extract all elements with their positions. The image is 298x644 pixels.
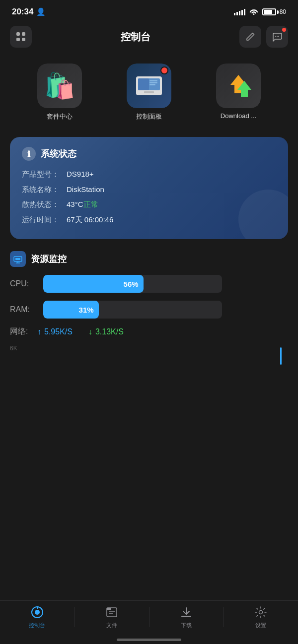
app-grid: 🛍️ 套件中心 控制面板	[0, 56, 298, 133]
svg-rect-9	[138, 78, 149, 90]
cpu-label: CPU:	[10, 279, 37, 288]
control-panel-label: 控制面板	[136, 112, 162, 121]
cpu-row: CPU: 56%	[10, 275, 288, 293]
svg-rect-13	[149, 84, 155, 85]
cpu-progress-bg: 56%	[43, 275, 222, 293]
ram-progress-bg: 31%	[43, 301, 222, 319]
svg-rect-11	[149, 80, 157, 81]
nav-item-settings[interactable]: 设置	[224, 605, 298, 629]
chat-notification-badge	[282, 28, 286, 32]
uptime-row: 运行时间： 67天 06:00:46	[22, 214, 276, 226]
svg-rect-2	[16, 38, 20, 41]
cpu-percent-text: 56%	[124, 280, 139, 288]
chat-button[interactable]	[266, 26, 288, 48]
download-station-label: Download ...	[221, 112, 256, 120]
thermal-row: 散热状态： 43°C 正常	[22, 199, 276, 210]
signal-icon	[234, 8, 245, 15]
uptime-value: 67天 06:00:46	[67, 214, 113, 226]
nav-item-console[interactable]: 控制台	[0, 605, 74, 629]
console-nav-label: 控制台	[29, 622, 45, 629]
chart-line-container	[273, 347, 288, 367]
thermal-label: 散热状态：	[22, 199, 67, 210]
files-nav-label: 文件	[106, 622, 117, 629]
network-row: 网络: ↑ 5.95K/S ↓ 3.13K/S	[10, 326, 288, 337]
svg-rect-10	[144, 91, 154, 93]
thermal-temp: 43°C	[67, 199, 83, 210]
nav-item-files[interactable]: 文件	[74, 605, 149, 629]
product-model-value: DS918+	[67, 169, 94, 180]
svg-point-28	[259, 611, 263, 614]
files-nav-icon	[104, 605, 119, 620]
ram-percent-text: 31%	[79, 306, 94, 314]
system-status-header: ℹ 系统状态	[22, 147, 276, 161]
ram-label: RAM:	[10, 305, 37, 314]
app-item-control-panel[interactable]: 控制面板	[109, 64, 189, 121]
network-label: 网络:	[10, 326, 37, 337]
chat-icon	[272, 31, 283, 42]
download-nav-label: 下载	[181, 622, 192, 629]
chart-line	[280, 347, 282, 365]
header-actions	[239, 26, 288, 48]
app-item-download-station[interactable]: Download ...	[199, 64, 278, 121]
package-center-label: 套件中心	[47, 112, 73, 121]
svg-point-5	[277, 36, 278, 37]
chart-y-label: 6K	[10, 345, 17, 352]
network-download-stat: ↓ 3.13K/S	[88, 327, 124, 336]
download-station-icon	[216, 64, 261, 108]
resource-title: 资源监控	[31, 253, 67, 265]
svg-rect-12	[149, 82, 157, 83]
system-name-row: 系统名称： DiskStation	[22, 184, 276, 195]
ram-row: RAM: 31%	[10, 301, 288, 319]
bottom-nav: 控制台 文件 下载	[0, 600, 298, 644]
resource-icon	[10, 251, 26, 267]
system-status-card: ℹ 系统状态 产品型号： DS918+ 系统名称： DiskStation 散热…	[10, 137, 288, 239]
uptime-label: 运行时间：	[22, 214, 67, 226]
svg-point-6	[278, 36, 279, 37]
control-panel-badge	[160, 66, 168, 74]
header: 控制台	[0, 22, 298, 56]
product-model-row: 产品型号： DS918+	[22, 169, 276, 180]
network-upload-stat: ↑ 5.95K/S	[37, 327, 73, 336]
svg-rect-17	[15, 258, 20, 260]
network-chart: 6K	[10, 345, 288, 375]
app-item-package-center[interactable]: 🛍️ 套件中心	[20, 64, 99, 121]
status-right: 80	[234, 8, 286, 16]
page-title: 控制台	[121, 30, 150, 44]
edit-button[interactable]	[239, 26, 261, 48]
nav-item-download[interactable]: 下载	[149, 605, 224, 629]
grid-icon	[15, 31, 26, 42]
grid-button[interactable]	[10, 26, 32, 48]
person-icon: 👤	[36, 7, 46, 16]
system-name-label: 系统名称：	[22, 184, 67, 195]
edit-icon	[245, 32, 255, 42]
status-time: 20:34 👤	[12, 7, 46, 17]
status-bar: 20:34 👤 80	[0, 0, 298, 22]
package-center-icon: 🛍️	[37, 64, 82, 108]
product-model-label: 产品型号：	[22, 169, 67, 180]
cpu-progress-fill: 56%	[43, 275, 144, 293]
home-indicator	[117, 639, 181, 641]
system-status-title: 系统状态	[41, 148, 76, 160]
upload-speed: 5.95K/S	[44, 327, 73, 336]
svg-rect-24	[107, 608, 111, 610]
download-arrow-icon: ↓	[88, 327, 92, 336]
download-speed: 3.13K/S	[95, 327, 124, 336]
resource-header: 资源监控	[10, 251, 288, 267]
svg-rect-0	[16, 32, 20, 36]
svg-rect-27	[181, 616, 191, 617]
svg-point-4	[275, 36, 276, 37]
info-icon: ℹ	[22, 147, 36, 161]
upload-arrow-icon: ↑	[37, 327, 41, 336]
thermal-status: 正常	[83, 199, 98, 210]
battery-indicator: 80	[262, 8, 286, 15]
settings-nav-label: 设置	[255, 622, 266, 629]
svg-point-21	[35, 610, 40, 615]
download-nav-icon	[179, 605, 194, 620]
system-name-value: DiskStation	[67, 184, 104, 195]
ram-progress-fill: 31%	[43, 301, 99, 319]
resource-monitor-section: 资源监控 CPU: 56% RAM: 31% 网络: ↑ 5.95K/S ↓	[10, 251, 288, 337]
console-nav-icon	[30, 605, 45, 620]
wifi-icon	[249, 8, 258, 16]
svg-rect-3	[22, 38, 25, 41]
network-stats: ↑ 5.95K/S ↓ 3.13K/S	[37, 327, 124, 336]
